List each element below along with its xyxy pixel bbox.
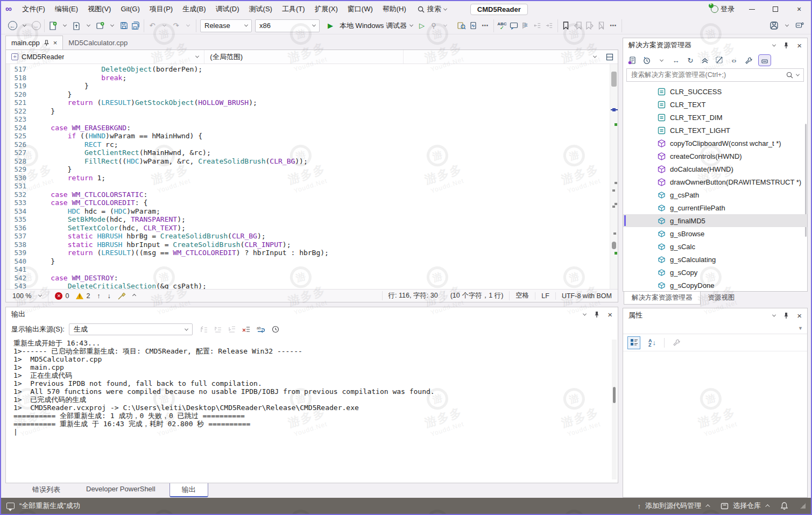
- prev-message-icon[interactable]: [214, 326, 222, 333]
- pin-icon[interactable]: [783, 312, 789, 319]
- tool-tab-Developer PowerShell[interactable]: Developer PowerShell: [74, 483, 167, 495]
- sync-with-active-document-button[interactable]: [468, 19, 479, 32]
- pin-icon[interactable]: [783, 42, 789, 49]
- tree-item-g_finalMD5[interactable]: g_finalMD5: [623, 214, 807, 227]
- redo-button[interactable]: ↷: [170, 19, 182, 32]
- code-area[interactable]: 517 DeleteObject(borderPen);518 break;51…: [6, 64, 618, 289]
- tree-item-g_sCopy[interactable]: g_sCopy: [623, 266, 807, 279]
- properties-wrench-button[interactable]: [744, 54, 753, 66]
- menu-生成[interactable]: 生成(B): [178, 2, 210, 17]
- debug-more-dropdown[interactable]: [440, 19, 451, 32]
- solution-name-badge[interactable]: CMD5Reader: [470, 4, 528, 15]
- minimize-button[interactable]: [740, 1, 764, 17]
- code-line[interactable]: 518 break;: [10, 74, 618, 82]
- new-file-button[interactable]: [47, 19, 59, 32]
- menu-文件[interactable]: 文件(F): [17, 2, 50, 17]
- tree-item-g_sCopyDone[interactable]: g_sCopyDone: [623, 279, 807, 291]
- categorized-view-button[interactable]: [627, 336, 640, 349]
- code-line[interactable]: 534 HDC hdc = (HDC)wParam;: [10, 207, 618, 216]
- eol-mode[interactable]: LF: [535, 292, 555, 300]
- scope-dropdown[interactable]: (全局范围): [204, 50, 403, 64]
- switch-views-button[interactable]: [627, 54, 637, 66]
- code-line[interactable]: 524 case WM_ERASEBKGND:: [10, 124, 618, 132]
- navigate-forward-button[interactable]: →: [30, 19, 42, 32]
- refresh-button[interactable]: ↻: [686, 54, 695, 66]
- menu-项目[interactable]: 项目(P): [145, 2, 178, 17]
- clear-all-icon[interactable]: [242, 326, 250, 333]
- pin-tab-icon[interactable]: [44, 40, 50, 46]
- code-line[interactable]: 537 static HBRUSH hbrBg = CreateSolidBru…: [10, 232, 618, 241]
- tool-tab-输出[interactable]: 输出: [170, 483, 208, 497]
- code-line[interactable]: 541: [10, 265, 618, 274]
- code-line[interactable]: 522 }: [10, 107, 618, 116]
- code-line[interactable]: 520 }: [10, 90, 618, 99]
- tree-item-drawOwnerButton-DRAWITEMSTRUCT-[interactable]: drawOwnerButton(DRAWITEMSTRUCT *): [623, 175, 807, 188]
- pending-changes-filter-button[interactable]: [642, 54, 652, 66]
- code-line[interactable]: 527 GetClientRect(hMainHwnd, &rc);: [10, 149, 618, 157]
- start-without-debugging-button[interactable]: ▷: [416, 19, 428, 32]
- live-share-dropdown[interactable]: [781, 19, 793, 32]
- timestamp-icon[interactable]: [272, 326, 279, 333]
- property-pages-button[interactable]: [670, 336, 683, 349]
- menu-Git[interactable]: Git(G): [116, 2, 144, 17]
- resize-grip[interactable]: [800, 503, 806, 509]
- error-count[interactable]: ✕ 0: [55, 292, 69, 300]
- code-line[interactable]: 540 }: [10, 257, 618, 266]
- output-text[interactable]: 重新生成开始于 16:43...1>------ 已启动全部重新生成: 项目: …: [6, 337, 618, 483]
- find-message-icon[interactable]: [200, 326, 208, 333]
- code-line[interactable]: 535 SetBkMode(hdc, TRANSPARENT);: [10, 215, 618, 224]
- close-button[interactable]: ×: [787, 1, 811, 17]
- split-window-button[interactable]: [602, 53, 618, 61]
- menu-工具[interactable]: 工具(T): [277, 2, 310, 17]
- toolbar-overflow-button[interactable]: ⋯: [479, 19, 491, 32]
- code-line[interactable]: 521 return (LRESULT)GetStockObject(HOLLO…: [10, 98, 618, 107]
- caret-position[interactable]: 行: 116, 字符: 30: [382, 291, 444, 300]
- project-dropdown[interactable]: + CMD5Reader: [6, 50, 204, 64]
- prev-bookmark-button[interactable]: [572, 19, 584, 32]
- sync-selection-button[interactable]: ↔: [671, 54, 681, 66]
- feedback-button[interactable]: [794, 19, 806, 32]
- save-all-button[interactable]: [130, 19, 142, 32]
- panel-tab-资源视图[interactable]: 资源视图: [701, 292, 743, 305]
- tool-tab-错误列表[interactable]: 错误列表: [20, 483, 72, 496]
- tree-item-g_currentFilePath[interactable]: g_currentFilePath: [623, 201, 807, 214]
- add-to-source-control-button[interactable]: ↑ 添加到源代码管理: [638, 501, 709, 511]
- zoom-select[interactable]: 100 %: [6, 290, 48, 302]
- code-line[interactable]: 538 static HBRUSH hbrInput = CreateSolid…: [10, 241, 618, 249]
- start-debugging-button[interactable]: ▶ 本地 Windows 调试器: [321, 19, 416, 32]
- attach-process-button[interactable]: ⚲: [428, 19, 440, 32]
- output-source-select[interactable]: 生成: [69, 323, 193, 335]
- add-item-button[interactable]: [94, 19, 106, 32]
- tree-item-createControls-HWND-[interactable]: createControls(HWND): [623, 150, 807, 163]
- menu-编辑[interactable]: 编辑(E): [50, 2, 83, 17]
- toggle-comment-button[interactable]: [508, 19, 520, 32]
- filter-dropdown[interactable]: [656, 54, 666, 66]
- code-line[interactable]: 526 RECT rc;: [10, 140, 618, 149]
- tree-item-CLR_TEXT[interactable]: CLR_TEXT: [623, 98, 807, 111]
- notifications-bell-icon[interactable]: [780, 502, 788, 510]
- window-position-dropdown-icon[interactable]: [772, 313, 776, 316]
- menu-窗口[interactable]: 窗口(W): [343, 2, 378, 17]
- maximize-button[interactable]: [764, 1, 787, 17]
- tree-item-CLR_TEXT_LIGHT[interactable]: CLR_TEXT_LIGHT: [623, 124, 807, 137]
- encoding[interactable]: UTF-8 with BOM: [555, 292, 618, 300]
- select-repository-button[interactable]: 选择仓库: [721, 501, 768, 511]
- open-file-button[interactable]: [70, 19, 82, 32]
- window-position-dropdown-icon[interactable]: [583, 312, 587, 315]
- platform-select[interactable]: x86: [255, 19, 320, 32]
- open-file-dropdown[interactable]: [82, 19, 94, 32]
- tree-item-g_csPath[interactable]: g_csPath: [623, 188, 807, 201]
- show-all-code-button[interactable]: ‹›: [729, 54, 739, 66]
- menu-视图[interactable]: 视图(V): [83, 2, 116, 17]
- code-line[interactable]: 529 }: [10, 165, 618, 174]
- editor-scrollbar[interactable]: [610, 64, 618, 289]
- next-issue-button[interactable]: ↓: [108, 292, 111, 300]
- navigate-back-button[interactable]: ←: [6, 19, 18, 32]
- spell-check-button[interactable]: ABC✓: [496, 19, 508, 32]
- code-line[interactable]: 542 case WM_DESTROY:: [10, 274, 618, 283]
- next-message-icon[interactable]: [228, 326, 236, 333]
- tree-item-copyToClipboardW-const-wchar_t-[interactable]: copyToClipboardW(const wchar_t *): [623, 137, 807, 150]
- find-in-files-button[interactable]: [456, 19, 468, 32]
- tree-item-g_sBrowse[interactable]: g_sBrowse: [623, 227, 807, 240]
- code-line[interactable]: 533 case WM_CTLCOLOREDIT: {: [10, 199, 618, 207]
